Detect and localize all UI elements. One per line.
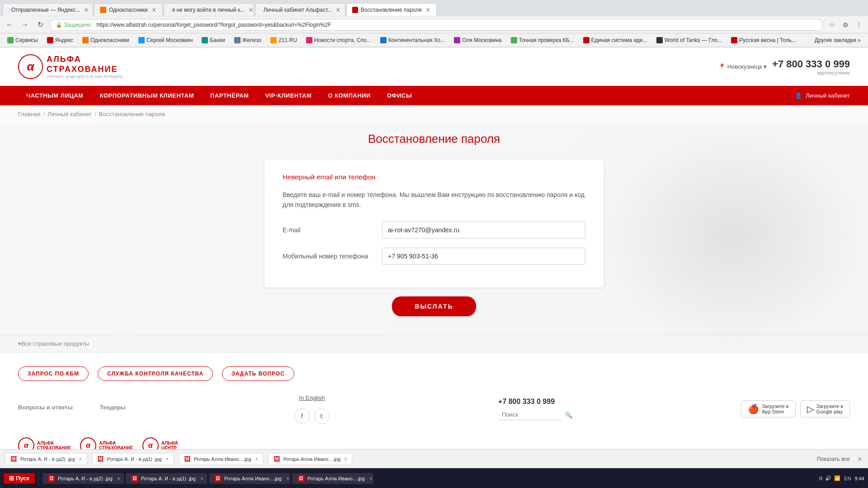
download-chevron-4[interactable]: ∧ bbox=[344, 456, 347, 461]
facebook-icon[interactable]: f bbox=[294, 408, 310, 424]
email-input[interactable] bbox=[382, 221, 585, 239]
bookmark-yandex[interactable]: Яндекс bbox=[43, 36, 77, 44]
email-label: E-mail bbox=[283, 226, 382, 234]
taskbar: ⊞ Пуск 🖼 Ротарь А. И - в.уд2) .jpg ∧ 🖼 Р… bbox=[0, 468, 868, 488]
download-bar: 🖼 Ротарь А. И - в.уд2) .jpg ∧ 🖼 Ротарь А… bbox=[0, 449, 868, 468]
nav-cabinet[interactable]: 👤 Личный кабинет bbox=[795, 86, 850, 105]
tab-close-5[interactable]: ✕ bbox=[425, 6, 431, 14]
download-item-3[interactable]: 🖼 Ротарь Алла Ивано....jpg ∧ bbox=[179, 453, 263, 465]
bookmark-rusvesna[interactable]: Русская весна | Толь... bbox=[727, 36, 800, 44]
other-bookmarks[interactable]: Другие закладки » bbox=[811, 36, 864, 44]
tray-network[interactable]: 📶 bbox=[834, 475, 840, 481]
quality-button[interactable]: СЛУЖБА КОНТРОЛЯ КАЧЕСТВА bbox=[98, 366, 213, 381]
tab-5[interactable]: Восстановление пароля ✕ bbox=[346, 3, 437, 16]
bookmark-check[interactable]: Точная проверка КБ... bbox=[507, 36, 578, 44]
tab-close-4[interactable]: ✕ bbox=[335, 6, 341, 14]
googleplay-button[interactable]: ▷ Загрузите в Google play bbox=[800, 400, 850, 418]
nav-item-private[interactable]: ЧАСТНЫМ ЛИЦАМ bbox=[18, 86, 91, 105]
error-message: Неверный email или телефон bbox=[283, 173, 585, 181]
tab-2[interactable]: Одноклассники ✕ bbox=[94, 3, 163, 16]
tray-volume[interactable]: 🔊 bbox=[825, 475, 831, 481]
search-icon[interactable]: 🔍 bbox=[565, 412, 572, 418]
start-label: Пуск bbox=[16, 475, 29, 482]
download-item-1[interactable]: 🖼 Ротарь А. И - в.уд2) .jpg ∧ bbox=[5, 453, 87, 465]
location-selector[interactable]: 📍 Новокузнецк ▾ bbox=[718, 63, 767, 70]
nav-item-corporate[interactable]: КОРПОРАТИВНЫМ КЛИЕНТАМ bbox=[91, 86, 202, 105]
bookmark-211[interactable]: 211.RU bbox=[267, 36, 301, 44]
phone-input[interactable] bbox=[382, 248, 585, 265]
bookmark-khl[interactable]: Континентальная Хо... bbox=[377, 36, 448, 44]
forward-button[interactable]: → bbox=[19, 19, 31, 31]
taskbar-item-3[interactable]: 🖼 Ротарь Алла Ивано....jpg ∧ bbox=[209, 473, 290, 484]
faq-label: Вопросы и ответы bbox=[18, 404, 73, 411]
start-button[interactable]: ⊞ Пуск bbox=[4, 473, 35, 483]
menu-button[interactable]: ⋮ bbox=[854, 19, 864, 30]
twitter-icon[interactable]: 𝕥 bbox=[314, 408, 330, 424]
refresh-button[interactable]: ↻ bbox=[34, 19, 46, 31]
address-input[interactable]: 🔒 Защищено https://www.alfastrah.ru/pers… bbox=[50, 19, 823, 31]
nav-item-about[interactable]: О КОМПАНИИ bbox=[320, 86, 379, 105]
bookmark-label-banki: Банки bbox=[210, 37, 225, 43]
tray-ya[interactable]: Я bbox=[819, 476, 822, 481]
download-item-2[interactable]: 🖼 Ротарь А. И - в.уд1) .jpg ∧ bbox=[92, 453, 174, 465]
clock-time: 9:44 bbox=[855, 476, 864, 481]
taskbar-close-3[interactable]: ∧ bbox=[286, 476, 289, 481]
download-chevron-3[interactable]: ∧ bbox=[255, 456, 258, 461]
bookmark-label-olya: Оля Московина bbox=[462, 37, 501, 43]
back-button[interactable]: ← bbox=[4, 19, 15, 31]
download-chevron-1[interactable]: ∧ bbox=[79, 456, 82, 461]
taskbar-item-2[interactable]: 🖼 Ротарь А. И - в.уд1) .jpg ∧ bbox=[126, 473, 207, 484]
extensions-button[interactable]: ⚙ bbox=[840, 19, 851, 30]
nav-item-offices[interactable]: ОФИСЫ bbox=[379, 86, 420, 105]
dropdown-icon: ▾ bbox=[18, 340, 21, 347]
bookmark-unified[interactable]: Единая система иде... bbox=[580, 36, 651, 44]
taskbar-item-1[interactable]: 🖼 Ротарь А. И - в.уд2) .jpg ∧ bbox=[42, 473, 124, 484]
bookmark-ok[interactable]: Одноклассники bbox=[79, 36, 133, 44]
tab-3[interactable]: я не могу войти в личный к... ✕ bbox=[164, 3, 254, 16]
logo-container[interactable]: α АЛЬФАСТРАХОВАНИЕ Сервис будущего в нас… bbox=[18, 54, 123, 79]
footer-social: In English f 𝕥 bbox=[294, 394, 330, 424]
download-chevron-2[interactable]: ∧ bbox=[165, 456, 169, 461]
taskbar-close-1[interactable]: ∧ bbox=[117, 476, 120, 481]
bookmark-sergey[interactable]: Сергей Московкин bbox=[135, 36, 197, 44]
browser-actions: ☆ ⚙ ⋮ bbox=[826, 19, 864, 30]
bookmark-zhelezo[interactable]: Железо bbox=[231, 36, 265, 44]
nav-item-partners[interactable]: ПАРТНЁРАМ bbox=[202, 86, 257, 105]
nav-item-vip[interactable]: VIP-КЛИЕНТАМ bbox=[257, 86, 320, 105]
download-item-4[interactable]: 🖼 Ротарь Алла Ивано....jpg ∧ bbox=[269, 453, 353, 465]
footer-mid: Вопросы и ответы Тендеры In English f 𝕥 … bbox=[18, 390, 850, 428]
question-button[interactable]: ЗАДАТЬ ВОПРОС bbox=[222, 366, 294, 381]
tab-close-1[interactable]: ✕ bbox=[84, 6, 89, 14]
bookmark-label-211: 211.RU bbox=[278, 37, 297, 43]
bookmark-label-rusvesna: Русская весна | Толь... bbox=[739, 37, 796, 43]
tab-close-2[interactable]: ✕ bbox=[151, 6, 157, 14]
taskbar-close-4[interactable]: ∧ bbox=[369, 476, 373, 481]
language-english[interactable]: In English bbox=[299, 394, 325, 401]
bookmark-wot[interactable]: World of Tanks — Гло... bbox=[653, 36, 726, 44]
taskbar-item-4[interactable]: 🖼 Ротарь Алла Ивано....jpg ∧ bbox=[292, 473, 373, 484]
page-content: Восстановление пароля Неверный email или… bbox=[0, 123, 868, 334]
tab-1[interactable]: Отправленные — Яндекс... ✕ bbox=[3, 3, 93, 16]
browser-chrome: Отправленные — Яндекс... ✕ Одноклассники… bbox=[0, 0, 868, 47]
googleplay-icon: ▷ bbox=[807, 404, 814, 414]
star-button[interactable]: ☆ bbox=[826, 19, 837, 30]
footer-search-input[interactable] bbox=[498, 409, 561, 420]
bookmark-services[interactable]: Сервисы bbox=[4, 36, 42, 44]
close-download-bar[interactable]: ✕ bbox=[857, 455, 863, 463]
tab-4[interactable]: Личный кабинет Альфаст... ✕ bbox=[255, 3, 345, 16]
insurance-products-bar[interactable]: ▾ Все страховые продукты bbox=[0, 334, 868, 352]
bookmark-banki[interactable]: Банки bbox=[198, 36, 228, 44]
download-icon-2: 🖼 bbox=[97, 455, 104, 463]
tray-language[interactable]: EN bbox=[844, 476, 851, 481]
show-all-downloads[interactable]: Показать все bbox=[817, 456, 850, 462]
bookmark-news[interactable]: Новости спорта, Спо... bbox=[302, 36, 375, 44]
kbm-button[interactable]: ЗАПРОС ПО КБМ bbox=[18, 366, 89, 381]
bookmark-label-yandex: Яндекс bbox=[55, 37, 73, 43]
submit-button[interactable]: ВЫСЛАТЬ bbox=[392, 296, 476, 316]
tab-close-3[interactable]: ✕ bbox=[248, 6, 254, 14]
breadcrumb-home[interactable]: Главная bbox=[18, 111, 40, 117]
breadcrumb-cabinet[interactable]: Личный кабинет bbox=[47, 111, 92, 117]
bookmark-olya[interactable]: Оля Московина bbox=[450, 36, 505, 44]
taskbar-close-2[interactable]: ∧ bbox=[200, 476, 203, 481]
appstore-button[interactable]: 🍎 Загрузите в App Store bbox=[741, 400, 795, 418]
